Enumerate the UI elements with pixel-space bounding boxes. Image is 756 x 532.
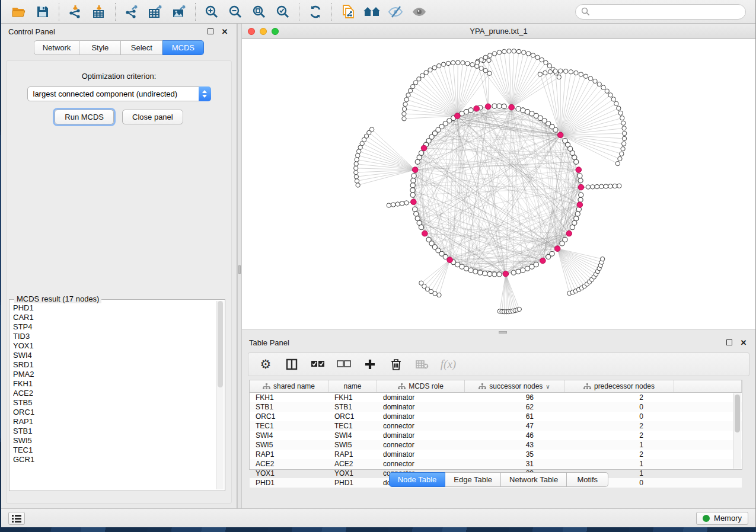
result-list-item[interactable]: GCR1	[13, 455, 216, 464]
graph-satellite-node[interactable]	[613, 184, 617, 188]
cell-shared-name[interactable]: FKH1	[250, 393, 328, 402]
graph-satellite-node[interactable]	[354, 175, 358, 179]
graph-satellite-node[interactable]	[535, 55, 540, 59]
graph-satellite-node[interactable]	[465, 62, 470, 66]
cell-shared-name[interactable]: TEC1	[250, 422, 328, 430]
graph-satellite-node[interactable]	[527, 52, 531, 56]
table-row[interactable]: FKH1FKH1dominator962	[250, 393, 742, 402]
graph-ring-node[interactable]	[521, 108, 525, 113]
graph-satellite-node[interactable]	[483, 68, 487, 72]
cell-name[interactable]: TEC1	[328, 422, 377, 430]
graph-satellite-node[interactable]	[354, 162, 358, 166]
graph-ring-node[interactable]	[411, 178, 416, 183]
zoom-fit-button[interactable]	[247, 2, 271, 22]
graph-ring-node[interactable]	[468, 108, 473, 113]
graph-satellite-node[interactable]	[433, 291, 437, 296]
cell-name[interactable]: SWI4	[328, 431, 377, 440]
cell-shared-name[interactable]: RAP1	[250, 450, 328, 459]
graph-satellite-node[interactable]	[544, 60, 548, 65]
column-header-MCDS-role[interactable]: MCDS role	[377, 380, 465, 392]
result-list-item[interactable]: STB5	[13, 398, 216, 408]
table-row[interactable]: SWI4SWI4dominator462	[250, 431, 742, 440]
graph-satellite-node[interactable]	[595, 184, 599, 188]
graph-ring-node[interactable]	[478, 270, 483, 275]
graph-ring-node[interactable]	[464, 266, 468, 271]
graph-satellite-node[interactable]	[531, 53, 535, 57]
graph-satellite-node[interactable]	[605, 89, 609, 93]
graph-mcds-node[interactable]	[578, 184, 584, 190]
graph-satellite-node[interactable]	[479, 66, 483, 70]
open-file-button[interactable]	[7, 2, 31, 22]
graph-satellite-node[interactable]	[608, 93, 613, 97]
result-list-item[interactable]: ACE2	[13, 389, 216, 398]
graph-ring-node[interactable]	[415, 216, 420, 221]
unselect-all-button[interactable]	[336, 357, 352, 372]
graph-ring-node[interactable]	[516, 107, 521, 111]
graph-ring-node[interactable]	[579, 193, 583, 197]
graph-satellite-node[interactable]	[620, 116, 624, 120]
table-row[interactable]: RAP1RAP1dominator352	[250, 450, 742, 459]
cell-MCDS-role[interactable]: dominator	[377, 403, 465, 411]
close-panel-action-button[interactable]: Close panel	[122, 110, 183, 124]
graph-satellite-node[interactable]	[597, 82, 601, 86]
graph-satellite-node[interactable]	[395, 202, 400, 206]
graph-satellite-node[interactable]	[413, 81, 417, 85]
result-list-item[interactable]: STB1	[13, 427, 216, 436]
cell-predecessor-nodes[interactable]: 0	[564, 403, 674, 411]
tab-motifs[interactable]: Motifs	[567, 472, 608, 487]
cell-successor-nodes[interactable]: 46	[465, 431, 564, 440]
graph-ring-node[interactable]	[502, 104, 506, 108]
hide-selected-button[interactable]	[384, 2, 407, 22]
result-list-item[interactable]: PHD1	[13, 303, 216, 313]
graph-satellite-node[interactable]	[354, 166, 358, 170]
graph-satellite-node[interactable]	[356, 149, 361, 153]
cell-predecessor-nodes[interactable]: 2	[564, 393, 674, 402]
graph-satellite-node[interactable]	[621, 147, 625, 151]
cell-name[interactable]: RAP1	[328, 450, 377, 459]
graph-satellite-node[interactable]	[387, 203, 391, 207]
cell-successor-nodes[interactable]: 35	[465, 450, 564, 459]
save-button[interactable]	[31, 2, 55, 22]
result-list-item[interactable]: STP4	[13, 322, 216, 332]
graph-satellite-node[interactable]	[604, 184, 608, 188]
graph-satellite-node[interactable]	[620, 152, 624, 156]
graph-satellite-node[interactable]	[492, 52, 496, 56]
graph-satellite-node[interactable]	[540, 57, 544, 62]
graph-ring-node[interactable]	[521, 268, 525, 273]
graph-satellite-node[interactable]	[522, 50, 526, 55]
graph-ring-node[interactable]	[563, 138, 567, 143]
graph-satellite-node[interactable]	[593, 79, 597, 83]
graph-satellite-node[interactable]	[441, 62, 445, 66]
graph-ring-node[interactable]	[563, 237, 567, 242]
graph-ring-node[interactable]	[575, 211, 580, 216]
graph-satellite-node[interactable]	[446, 61, 450, 65]
graph-ring-node[interactable]	[415, 159, 420, 164]
result-list-item[interactable]: TEC1	[13, 446, 216, 455]
tab-edge-table[interactable]: Edge Table	[445, 472, 501, 487]
graph-ring-node[interactable]	[414, 211, 419, 216]
cell-successor-nodes[interactable]: 47	[465, 422, 564, 430]
graph-satellite-node[interactable]	[621, 121, 626, 125]
result-list-item[interactable]: SWI4	[13, 351, 216, 360]
add-column-button[interactable]	[362, 357, 378, 372]
graph-satellite-node[interactable]	[600, 257, 604, 261]
search-box[interactable]	[575, 4, 746, 20]
table-row[interactable]: ORC1ORC1dominator610	[250, 412, 742, 421]
graph-satellite-node[interactable]	[557, 75, 561, 79]
cell-predecessor-nodes[interactable]: 1	[564, 460, 674, 468]
tab-select[interactable]: Select	[121, 40, 162, 55]
result-list-item[interactable]: PMA2	[13, 370, 216, 379]
graph-ring-node[interactable]	[417, 155, 422, 160]
cell-name[interactable]: ORC1	[328, 412, 377, 421]
zoom-out-button[interactable]	[224, 2, 247, 22]
graph-satellite-node[interactable]	[354, 170, 358, 174]
optimization-criterion-dropdown[interactable]: largest connected component (undirected)	[27, 86, 211, 101]
float-table-panel-button[interactable]	[725, 338, 734, 347]
graph-ring-node[interactable]	[419, 225, 423, 230]
graph-mcds-node[interactable]	[503, 271, 509, 277]
select-all-button[interactable]	[310, 357, 326, 372]
column-header-shared-name[interactable]: shared name	[250, 380, 328, 392]
vertical-splitter[interactable]	[237, 24, 242, 508]
graph-satellite-node[interactable]	[461, 60, 465, 65]
graph-mcds-node[interactable]	[421, 145, 427, 151]
